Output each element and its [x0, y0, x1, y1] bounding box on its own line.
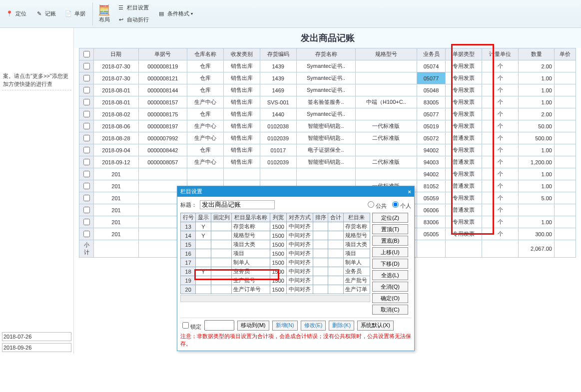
row-checkbox[interactable] [79, 216, 94, 228]
dlg-row[interactable]: 17制单人1500中间对齐制单人 [181, 258, 370, 267]
row-checkbox[interactable] [79, 84, 94, 96]
table-row[interactable]: 2018-07-300000008121仓库销售出库1439Symantec证书… [79, 72, 576, 84]
row-checkbox[interactable] [79, 180, 94, 192]
btn-add[interactable]: 新增(N) [272, 321, 298, 331]
btn-moveto[interactable]: 移动到(M) [237, 321, 269, 331]
col-header[interactable]: 仓库名称 [187, 48, 223, 60]
col-header[interactable]: 业务员 [417, 48, 446, 60]
row-checkbox[interactable] [79, 120, 94, 132]
table-row[interactable]: 2018-08-060000008197生产中心销售出库0102038智能密码钥… [79, 120, 576, 132]
row-checkbox[interactable] [79, 204, 94, 216]
col-header[interactable]: 存货编码 [260, 48, 296, 60]
ledger-button[interactable]: ✎记账 [32, 8, 58, 19]
dlg-row[interactable]: 15项目大类1500中间对齐项目大类 [181, 240, 370, 249]
row-checkbox[interactable] [79, 144, 94, 156]
cell-unit: 个 [482, 132, 519, 144]
col-header[interactable]: 单据类型 [446, 48, 482, 60]
btn-none[interactable]: 全消(Q) [372, 282, 408, 292]
btn-edit[interactable]: 修改(E) [301, 321, 326, 331]
radio-private[interactable]: 个人 [390, 200, 411, 210]
lock-checkbox[interactable]: 锁定 [180, 321, 201, 331]
cell-wh: 仓库 [187, 144, 223, 156]
hscrollbar[interactable] [180, 295, 370, 302]
btn-top[interactable]: 置顶(T) [372, 224, 408, 234]
conditional-format-button[interactable]: ▤条件格式 ▾ [155, 8, 195, 19]
date-to[interactable]: 2018-09-26 [2, 343, 71, 352]
table-row[interactable]: 20194002专用发票个1.00 [79, 168, 576, 180]
select-all[interactable] [79, 48, 94, 60]
row-checkbox[interactable] [79, 108, 94, 120]
col-header[interactable]: 单据号 [138, 48, 187, 60]
cell-cat: 销售出库 [223, 96, 260, 108]
table-row[interactable]: 2018-08-280000007992生产中心销售出库0102039智能密码钥… [79, 132, 576, 144]
col-header[interactable]: 日期 [94, 48, 139, 60]
table-row[interactable]: 2018-07-300000008119仓库销售出库1439Symantec证书… [79, 60, 576, 72]
dlg-col-header[interactable]: 固定列 [211, 213, 232, 222]
dlg-col-header[interactable]: 列宽 [270, 213, 286, 222]
btn-sysdefault[interactable]: 系统默认(X) [357, 321, 394, 331]
cell-spec [356, 108, 417, 120]
close-icon[interactable]: × [408, 189, 411, 195]
dlg-row[interactable]: 14Y规格型号1500中间对齐规格型号 [181, 231, 370, 240]
dlg-row[interactable]: 18Y业务员1500中间对齐业务员 [181, 267, 370, 276]
row-checkbox[interactable] [79, 132, 94, 144]
dlg-row[interactable]: 16项目1500中间对齐项目 [181, 249, 370, 258]
cell-spec [356, 84, 417, 96]
btn-all[interactable]: 全选(L) [372, 270, 408, 280]
row-checkbox[interactable] [79, 192, 94, 204]
autowrap-button[interactable]: ↩自动折行 [114, 14, 151, 25]
cell-doc: 0000008197 [138, 120, 187, 132]
voucher-button[interactable]: 📄单据 [62, 8, 87, 19]
col-header[interactable]: 存货名称 [296, 48, 356, 60]
dlg-col-header[interactable]: 栏目显示名称 [232, 213, 270, 222]
col-header[interactable]: 计量单位 [482, 48, 519, 60]
btn-up[interactable]: 上移(U) [372, 247, 408, 257]
radio-public[interactable]: 公共 [365, 200, 387, 210]
dlg-row[interactable]: 20生产订单号1500中间对齐生产订单 [181, 285, 370, 294]
row-checkbox[interactable] [79, 72, 94, 84]
dlg-col-header[interactable]: 对齐方式 [286, 213, 313, 222]
cell-unit: 个 [482, 84, 519, 96]
cell-unit: 个 [482, 228, 519, 240]
col-header[interactable]: 规格型号 [356, 48, 417, 60]
btn-del[interactable]: 删除(K) [329, 321, 354, 331]
sidebar: 案。请点击"更多>>"添您更加方便快捷的进行查 2018-07-26 2018-… [0, 28, 74, 354]
col-header[interactable]: 单价 [554, 48, 576, 60]
columns-table[interactable]: 行号显示固定列栏目显示名称列宽对齐方式排序合计栏目来 13Y存货名称1500中间… [180, 213, 370, 294]
dlg-col-header[interactable]: 排序 [313, 213, 328, 222]
column-settings-button[interactable]: ☰栏目设置 [114, 2, 151, 13]
moveto-input[interactable] [204, 320, 234, 331]
table-row[interactable]: 2018-09-120000008057生产中心销售出库0102039智能密码钥… [79, 156, 576, 168]
dlg-col-header[interactable]: 栏目来 [343, 213, 370, 222]
locate-button[interactable]: 📍定位 [3, 8, 28, 19]
row-checkbox[interactable] [79, 96, 94, 108]
cell-sales: 05072 [417, 132, 446, 144]
date-from[interactable]: 2018-07-26 [2, 332, 71, 341]
row-checkbox[interactable] [79, 168, 94, 180]
btn-cancel[interactable]: 取消(C) [372, 305, 408, 315]
dlg-row[interactable]: 19生产批号1500中间对齐生产批号 [181, 276, 370, 285]
title-input[interactable] [200, 200, 275, 209]
cell-wh: 仓库 [187, 72, 223, 84]
btn-locate[interactable]: 定位(Z) [372, 213, 408, 223]
btn-bottom[interactable]: 置底(B) [372, 236, 408, 246]
table-row[interactable]: 2018-08-020000008175仓库销售出库1440Symantec证书… [79, 108, 576, 120]
dlg-row[interactable]: 13Y存货名称1500中间对齐存货名称 [181, 222, 370, 231]
dlg-col-header[interactable]: 行号 [181, 213, 196, 222]
dialog-titlebar[interactable]: 栏目设置 × [177, 186, 414, 197]
col-header[interactable]: 收发类别 [223, 48, 260, 60]
row-checkbox[interactable] [79, 228, 94, 240]
col-header[interactable]: 数量 [519, 48, 554, 60]
table-row[interactable]: 2018-09-040000008442仓库销售出库01017电子证据保全..9… [79, 144, 576, 156]
row-checkbox[interactable] [79, 60, 94, 72]
dlg-col-header[interactable]: 合计 [328, 213, 343, 222]
cell-name: 智能密码钥匙.. [296, 132, 356, 144]
table-row[interactable]: 2018-08-010000008144仓库销售出库1469Symantec证书… [79, 84, 576, 96]
btn-down[interactable]: 下移(D) [372, 259, 408, 269]
table-row[interactable]: 2018-08-010000008157生产中心销售出库SVS-001签名验签服… [79, 96, 576, 108]
cell-qty: 50.00 [519, 120, 554, 132]
btn-ok[interactable]: 确定(O) [372, 293, 408, 303]
row-checkbox[interactable] [79, 156, 94, 168]
layout-icon[interactable]: 🧮 [98, 4, 110, 16]
dlg-col-header[interactable]: 显示 [196, 213, 211, 222]
